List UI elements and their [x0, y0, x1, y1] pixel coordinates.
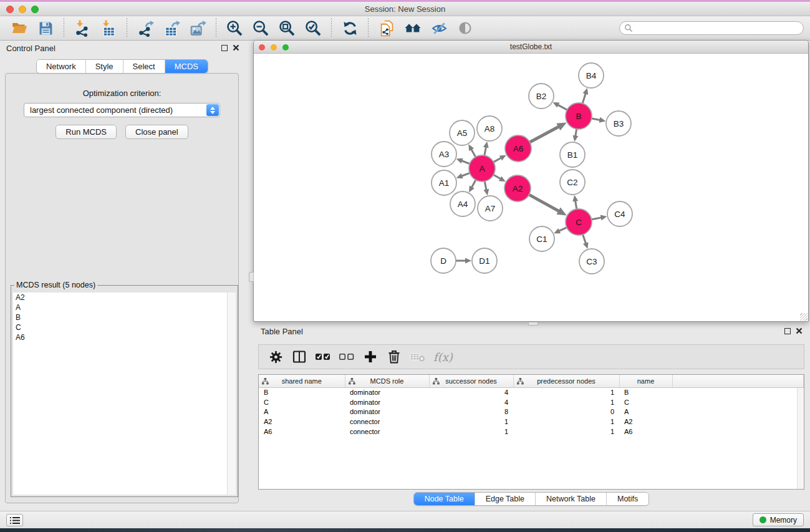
birdseye-icon[interactable]: [455, 17, 476, 39]
table-cell[interactable]: dominator: [345, 407, 429, 417]
float-panel-icon[interactable]: [221, 45, 228, 51]
network-graph[interactable]: B4B2BB3A5A8A6A3AB1A1A2C2A4A7C4CC1DD1C3: [254, 54, 808, 321]
graph-node-D1[interactable]: D1: [472, 248, 497, 273]
table-scrollbar[interactable]: [797, 388, 804, 489]
graph-node-B1[interactable]: B1: [560, 142, 585, 167]
result-item[interactable]: A2: [13, 293, 227, 302]
mcds-result-list[interactable]: A2ABCA6: [13, 293, 227, 495]
graph-node-C4[interactable]: C4: [607, 201, 632, 226]
result-scrollbar[interactable]: [227, 293, 236, 495]
table-cell[interactable]: connector: [345, 417, 429, 427]
graph-node-A2[interactable]: A2: [504, 175, 531, 201]
result-item[interactable]: C: [13, 322, 227, 332]
table-cell[interactable]: A: [259, 407, 345, 417]
table-cell[interactable]: 1: [513, 417, 619, 427]
tab-node-table[interactable]: Node Table: [414, 493, 475, 505]
delete-column-trash-icon[interactable]: [383, 347, 405, 366]
open-folder-icon[interactable]: [9, 17, 30, 39]
table-cell[interactable]: 1: [513, 387, 619, 397]
hide-eye-icon[interactable]: [428, 17, 450, 39]
resize-grip[interactable]: [800, 313, 808, 321]
save-icon[interactable]: [35, 17, 56, 39]
table-cell[interactable]: connector: [345, 427, 429, 437]
table-cell[interactable]: 1: [429, 427, 513, 437]
column-header-shared-name[interactable]: shared name: [259, 375, 345, 387]
copy-network-view-icon[interactable]: [376, 17, 397, 39]
table-settings-gear-icon[interactable]: [265, 347, 286, 366]
export-table-icon[interactable]: [161, 17, 182, 39]
graph-node-C3[interactable]: C3: [579, 249, 604, 274]
graph-node-B4[interactable]: B4: [579, 63, 604, 88]
tab-network-table[interactable]: Network Table: [535, 493, 606, 505]
graph-edge-B-B2[interactable]: [557, 105, 569, 110]
graph-node-D[interactable]: D: [431, 248, 456, 273]
graph-edge-A2-C[interactable]: [528, 194, 560, 211]
table-cell[interactable]: 4: [429, 387, 513, 397]
tab-network[interactable]: Network: [37, 60, 85, 73]
column-header-name[interactable]: name: [619, 375, 672, 387]
home-icon[interactable]: [402, 17, 423, 39]
table-cell[interactable]: B: [259, 387, 345, 397]
search-field[interactable]: [619, 21, 804, 35]
table-row[interactable]: Adominator80A: [259, 407, 804, 417]
run-mcds-button[interactable]: Run MCDS: [55, 125, 117, 139]
zoom-in-icon[interactable]: [224, 17, 245, 39]
graph-node-C1[interactable]: C1: [529, 226, 554, 251]
zoom-out-icon[interactable]: [250, 17, 271, 39]
table-cell[interactable]: A6: [619, 427, 672, 437]
table-cell[interactable]: A2: [259, 417, 345, 427]
network-window-titlebar[interactable]: testGlobe.txt: [254, 41, 808, 54]
table-cell[interactable]: A2: [619, 417, 672, 427]
graph-node-A7[interactable]: A7: [478, 196, 503, 221]
column-header-successor-nodes[interactable]: successor nodes: [429, 375, 513, 387]
table-row[interactable]: A2connector11A2: [259, 417, 804, 427]
graph-node-C[interactable]: C: [566, 209, 592, 235]
table-row[interactable]: Cdominator41C: [259, 397, 804, 407]
table-cell[interactable]: dominator: [345, 387, 429, 397]
table-cell[interactable]: 1: [513, 427, 619, 437]
graph-node-C2[interactable]: C2: [560, 170, 585, 195]
deselect-all-icon[interactable]: [336, 347, 357, 366]
result-item[interactable]: B: [13, 312, 227, 322]
import-network-icon[interactable]: [72, 17, 93, 39]
tab-style[interactable]: Style: [85, 60, 123, 73]
add-column-icon[interactable]: [360, 347, 381, 366]
titlebar[interactable]: Session: New Session: [0, 2, 810, 16]
graph-node-A[interactable]: A: [469, 155, 495, 181]
close-panel-icon[interactable]: [796, 327, 803, 334]
table-cell[interactable]: dominator: [345, 397, 429, 407]
search-input[interactable]: [633, 22, 803, 34]
table-cell[interactable]: A6: [259, 427, 345, 437]
column-header-predecessor-nodes[interactable]: predecessor nodes: [513, 375, 619, 387]
table-cell[interactable]: C: [259, 397, 345, 407]
result-item[interactable]: A6: [13, 332, 227, 342]
node-table[interactable]: shared nameMCDS rolesuccessor nodesprede…: [259, 375, 804, 437]
split-handle[interactable]: [249, 272, 254, 282]
graph-node-A3[interactable]: A3: [432, 142, 456, 167]
select-all-icon[interactable]: [312, 347, 334, 366]
tab-select[interactable]: Select: [123, 60, 165, 73]
graph-node-A8[interactable]: A8: [477, 116, 502, 141]
graph-node-A5[interactable]: A5: [450, 120, 475, 145]
table-row[interactable]: A6connector11A6: [259, 427, 804, 437]
graph-node-B[interactable]: B: [566, 103, 592, 129]
graph-node-A4[interactable]: A4: [450, 191, 475, 216]
close-panel-icon[interactable]: [233, 44, 239, 51]
table-cell[interactable]: 1: [429, 417, 513, 427]
graph-node-A1[interactable]: A1: [432, 170, 456, 195]
graph-node-B2[interactable]: B2: [529, 84, 554, 109]
show-columns-icon[interactable]: [289, 347, 310, 366]
tab-motifs[interactable]: Motifs: [606, 493, 648, 505]
zoom-fit-icon[interactable]: [276, 17, 297, 39]
table-cell[interactable]: B: [619, 387, 672, 397]
float-panel-icon[interactable]: [784, 328, 791, 334]
table-cell[interactable]: C: [619, 397, 672, 407]
table-cell[interactable]: 0: [513, 407, 619, 417]
export-image-icon[interactable]: [187, 17, 208, 39]
split-handle[interactable]: [528, 322, 538, 326]
table-cell[interactable]: 8: [429, 407, 513, 417]
memory-button[interactable]: Memory: [753, 513, 804, 526]
tab-edge-table[interactable]: Edge Table: [475, 493, 535, 505]
table-row[interactable]: Bdominator41B: [259, 387, 804, 397]
close-panel-button[interactable]: Close panel: [125, 125, 188, 139]
